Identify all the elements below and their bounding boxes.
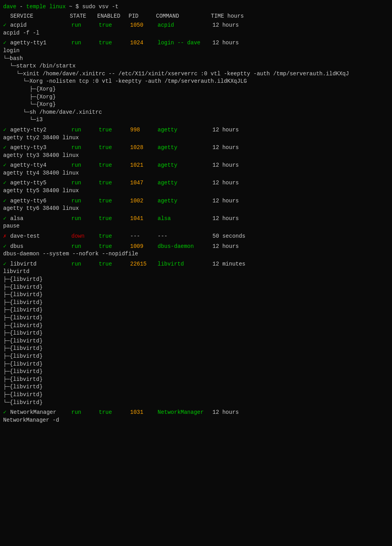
service-enabled: true — [99, 126, 130, 134]
services-list: ✓acpidruntrue1050acpid12 hoursacpid -f -… — [3, 22, 389, 425]
detail-line: └─Xorg -nolisten tcp :0 vtl -keeptty -au… — [3, 78, 389, 86]
service-enabled: true — [99, 215, 130, 223]
prompt-command: sudo vsv -t — [82, 4, 118, 10]
check-icon: ✓ — [3, 215, 9, 223]
detail-line: libvirtd — [3, 268, 389, 276]
check-icon: ✓ — [3, 197, 9, 205]
prompt-user: dave — [3, 4, 16, 10]
detail-line: ├─{libvirtd} — [3, 345, 389, 353]
service-time: 12 hours — [212, 215, 260, 223]
check-icon: ✓ — [3, 260, 9, 268]
check-icon: ✓ — [3, 39, 9, 47]
service-name: dbus — [10, 243, 71, 251]
service-state: run — [71, 22, 99, 29]
service-pid: 1021 — [130, 162, 158, 169]
service-enabled: true — [99, 409, 130, 417]
service-state: run — [71, 260, 99, 268]
detail-line: ├─{libvirtd} — [3, 368, 389, 376]
detail-line: ├─{libvirtd} — [3, 322, 389, 330]
service-name: agetty-tty5 — [10, 179, 71, 187]
service-pid: 1028 — [130, 144, 158, 152]
detail-line: └─{libvirtd} — [3, 399, 389, 407]
service-name: agetty-tty2 — [10, 126, 71, 134]
service-enabled: true — [99, 260, 130, 268]
service-state: run — [71, 144, 99, 152]
service-pid: 1002 — [130, 197, 158, 205]
detail-line: ├─{libvirtd} — [3, 360, 389, 368]
service-row: ✓agetty-tty1runtrue1024login -- dave12 h… — [3, 39, 389, 47]
service-command: agetty — [158, 197, 212, 205]
header-time: TIME hours — [211, 13, 258, 20]
detail-line: ├─{libvirtd} — [3, 314, 389, 322]
detail-line: agetty tty3 38400 linux — [3, 152, 389, 160]
service-time: 12 hours — [212, 409, 260, 417]
detail-line: NetworkManager -d — [3, 417, 389, 424]
detail-line: agetty tty2 38400 linux — [3, 134, 389, 142]
service-state: run — [71, 215, 99, 223]
service-time: 12 hours — [212, 39, 260, 47]
detail-line: ├─{libvirtd} — [3, 337, 389, 345]
detail-line: └─startx /bin/startx — [3, 62, 389, 70]
check-icon: ✓ — [3, 179, 9, 187]
service-state: down — [71, 233, 99, 240]
service-time: 12 hours — [212, 162, 260, 169]
service-row: ✓libvirtdruntrue22615libvirtd12 minutes — [3, 260, 389, 268]
service-name: agetty-tty4 — [10, 162, 71, 169]
service-pid: 1024 — [130, 39, 158, 47]
detail-line: ├─{libvirtd} — [3, 276, 389, 284]
header-state: STATE — [70, 13, 97, 20]
check-icon: ✓ — [3, 144, 9, 152]
service-state: run — [71, 126, 99, 134]
service-state: run — [71, 39, 99, 47]
service-time: 12 minutes — [212, 260, 260, 268]
service-row: ✓dbusruntrue1009dbus-daemon12 hours — [3, 243, 389, 251]
detail-line: └─bash — [3, 55, 389, 63]
detail-line: ├─{libvirtd} — [3, 299, 389, 307]
service-row: ✓agetty-tty6runtrue1002agetty12 hours — [3, 197, 389, 205]
service-time: 12 hours — [212, 126, 260, 134]
service-command: libvirtd — [158, 260, 212, 268]
detail-line: pause — [3, 222, 389, 230]
service-command: NetworkManager — [158, 409, 212, 417]
service-command: acpid — [158, 22, 212, 29]
detail-line: ├─{libvirtd} — [3, 353, 389, 360]
detail-line: └─{Xorg} — [3, 101, 389, 109]
detail-line: acpid -f -l — [3, 29, 389, 37]
header-pid: PID — [129, 13, 156, 20]
service-state: run — [71, 162, 99, 169]
service-row: ✓agetty-tty2runtrue998agetty12 hours — [3, 126, 389, 134]
x-icon: ✗ — [3, 233, 9, 240]
service-command: --- — [158, 233, 212, 240]
service-row: ✓alsaruntrue1041alsa12 hours — [3, 215, 389, 223]
service-enabled: true — [99, 144, 130, 152]
check-icon: ✓ — [3, 22, 9, 29]
service-state: run — [71, 197, 99, 205]
service-name: agetty-tty3 — [10, 144, 71, 152]
service-time: 12 hours — [212, 197, 260, 205]
detail-line: └─sh /home/dave/.xinitrc — [3, 109, 389, 116]
service-enabled: true — [99, 233, 130, 240]
service-enabled: true — [99, 22, 130, 29]
service-name: alsa — [10, 215, 71, 223]
service-pid: 998 — [130, 126, 158, 134]
service-time: 12 hours — [212, 22, 260, 29]
service-time: 12 hours — [212, 144, 260, 152]
service-name: dave-test — [10, 233, 71, 240]
service-pid: 1031 — [130, 409, 158, 417]
service-state: run — [71, 409, 99, 417]
detail-line: agetty tty6 38400 linux — [3, 205, 389, 213]
service-row: ✓agetty-tty4runtrue1021agetty12 hours — [3, 162, 389, 169]
detail-line: agetty tty5 38400 linux — [3, 187, 389, 195]
service-pid: 22615 — [130, 260, 158, 268]
service-state: run — [71, 179, 99, 187]
service-pid: 1009 — [130, 243, 158, 251]
detail-line: ├─{libvirtd} — [3, 284, 389, 291]
service-pid: 1047 — [130, 179, 158, 187]
service-time: 50 seconds — [212, 233, 260, 240]
service-enabled: true — [99, 197, 130, 205]
detail-line: agetty tty4 38400 linux — [3, 169, 389, 177]
service-time: 12 hours — [212, 179, 260, 187]
service-command: alsa — [158, 215, 212, 223]
service-state: run — [71, 243, 99, 251]
header-command: COMMAND — [156, 13, 211, 20]
